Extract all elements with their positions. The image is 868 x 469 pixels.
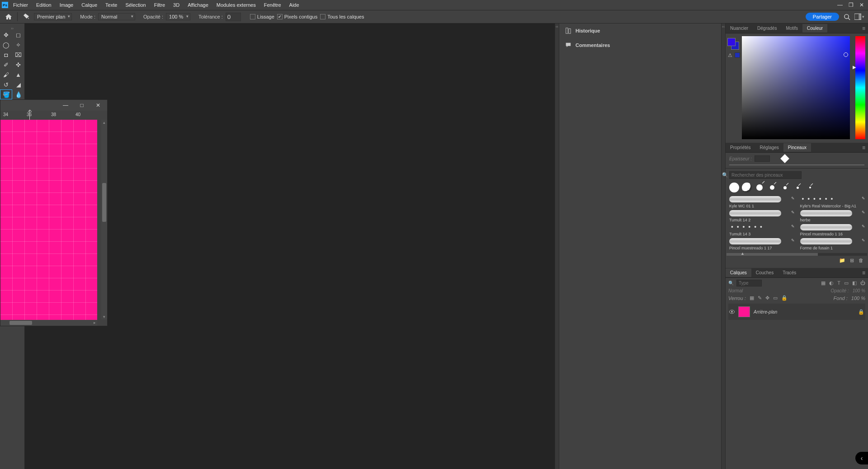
blur-tool-icon[interactable]: 💧	[12, 89, 24, 99]
menu-calque[interactable]: Calque	[78, 1, 100, 9]
window-close[interactable]: ✕	[857, 1, 866, 9]
fg-bg-swatches[interactable]	[727, 38, 739, 50]
paint-bucket-tool-icon[interactable]: 🪣	[0, 89, 12, 99]
document-close[interactable]: ✕	[92, 101, 104, 109]
menu-aide[interactable]: Aide	[286, 1, 302, 9]
document-window[interactable]: — □ ✕ 34 36 38 40 ▴▾ ▸	[0, 99, 108, 326]
all-layers-checkbox[interactable]: Tous les calques	[320, 14, 364, 19]
brush-search-input[interactable]	[729, 171, 802, 179]
menu-edition[interactable]: Edition	[33, 1, 55, 9]
filter-adjustment-icon[interactable]: ◐	[829, 280, 834, 286]
brush-item[interactable]: ✎Tumult 14 3	[729, 224, 794, 236]
move-tool-icon[interactable]: ✥	[0, 30, 12, 40]
panel-menu-icon[interactable]	[859, 25, 868, 32]
lock-pixels-icon[interactable]: ✎	[758, 295, 762, 301]
panel-collapse-strip[interactable]	[555, 23, 559, 469]
panel-collapse-strip[interactable]	[721, 23, 726, 469]
saturation-value-picker[interactable]	[742, 36, 850, 139]
brush-item[interactable]: ✎Tumult 14 2	[729, 210, 794, 222]
contiguous-checkbox[interactable]: Pixels contigus	[277, 14, 317, 19]
gamut-warning[interactable]: ⚠	[727, 52, 740, 58]
window-restore[interactable]: ❐	[846, 1, 855, 9]
edit-icon[interactable]: ✎	[862, 210, 865, 215]
layer-name[interactable]: Arrière-plan	[754, 310, 777, 314]
edit-icon[interactable]: ✎	[862, 224, 865, 229]
history-brush-tool-icon[interactable]: ↺	[0, 80, 12, 89]
brush-preview-icon[interactable]	[780, 154, 789, 163]
brush-item[interactable]: ✎herbe	[800, 210, 865, 222]
horizontal-scrollbar[interactable]: ▸	[0, 320, 97, 326]
antialias-checkbox[interactable]: Lissage	[250, 14, 274, 19]
document-titlebar[interactable]: — □ ✕	[0, 100, 107, 111]
healing-brush-tool-icon[interactable]: ✜	[12, 60, 24, 70]
edit-icon[interactable]: ✎	[791, 238, 795, 243]
tab-couleur[interactable]: Couleur	[802, 24, 827, 33]
filter-pixel-icon[interactable]: ▦	[821, 280, 826, 286]
brush-item[interactable]: ✎Forme de fusain 1	[800, 238, 865, 250]
fill-source-dropdown[interactable]: Premier plan	[34, 13, 72, 20]
brush-tool-icon[interactable]: 🖌	[0, 70, 12, 80]
lock-artboard-icon[interactable]: ▭	[773, 295, 778, 301]
brush-item[interactable]: ✎Kyle's Real Watercolor - Big A1	[800, 196, 865, 208]
tab-traces[interactable]: Tracés	[778, 268, 801, 277]
tolerance-field[interactable]	[226, 13, 241, 21]
document-ruler[interactable]: 34 36 38 40	[0, 111, 107, 120]
edit-icon[interactable]: ✎	[862, 196, 865, 201]
new-brush-icon[interactable]: ⊞	[850, 258, 854, 263]
menu-filtre[interactable]: Filtre	[151, 1, 168, 9]
brush-item[interactable]: ✎Pincel muestreado 1 17	[729, 238, 794, 250]
home-icon[interactable]	[4, 12, 14, 22]
edit-icon[interactable]: ✎	[791, 224, 795, 229]
layer-row[interactable]: Arrière-plan 🔒	[728, 304, 865, 320]
recent-brush[interactable]	[755, 183, 764, 192]
hue-slider[interactable]: ▶	[855, 36, 865, 139]
opacity-field[interactable]: 100 %	[166, 13, 190, 20]
menu-image[interactable]: Image	[57, 1, 77, 9]
thickness-slider[interactable]	[729, 164, 864, 165]
window-minimize[interactable]: —	[835, 1, 844, 9]
tab-motifs[interactable]: Motifs	[781, 24, 802, 33]
history-panel-button[interactable]: Historique	[559, 23, 721, 38]
lock-all-icon[interactable]: 🔒	[781, 295, 788, 301]
blend-mode-dropdown[interactable]: Normal	[728, 288, 743, 293]
menu-fenetre[interactable]: Fenêtre	[261, 1, 284, 9]
recent-brush[interactable]	[729, 183, 739, 192]
paint-bucket-icon[interactable]	[21, 12, 31, 22]
layer-opacity-value[interactable]: 100 %	[853, 288, 865, 293]
tab-pinceaux[interactable]: Pinceaux	[783, 143, 811, 152]
panel-menu-icon[interactable]	[859, 145, 868, 151]
tab-reglages[interactable]: Réglages	[755, 143, 783, 152]
recent-brush[interactable]	[793, 183, 802, 192]
recent-brush[interactable]	[767, 183, 777, 192]
filter-smart-icon[interactable]: ◧	[852, 280, 857, 286]
eraser-tool-icon[interactable]: ◢	[12, 80, 24, 89]
clone-stamp-tool-icon[interactable]: ▲	[12, 70, 24, 80]
search-icon[interactable]	[842, 12, 852, 22]
expand-panels-button[interactable]: ‹	[855, 452, 868, 464]
magic-wand-tool-icon[interactable]: ✧	[12, 40, 24, 50]
lock-transparency-icon[interactable]: ▦	[750, 295, 754, 301]
vertical-scrollbar[interactable]: ▴▾	[101, 120, 107, 319]
tab-degrades[interactable]: Dégradés	[753, 24, 781, 33]
filter-toggle-icon[interactable]: ⏻	[860, 280, 865, 286]
menu-fichier[interactable]: Fichier	[10, 1, 31, 9]
document-maximize[interactable]: □	[75, 101, 88, 109]
lock-position-icon[interactable]: ✥	[765, 295, 769, 301]
brush-item[interactable]: ✎Kyle WC 01 1	[729, 196, 794, 208]
menu-texte[interactable]: Texte	[102, 1, 120, 9]
tab-proprietes[interactable]: Propriétés	[726, 143, 755, 152]
recent-brush[interactable]	[805, 183, 815, 192]
menu-3d[interactable]: 3D	[170, 1, 183, 9]
edit-icon[interactable]: ✎	[791, 210, 795, 215]
eyedropper-tool-icon[interactable]: ✐	[0, 60, 12, 70]
menu-selection[interactable]: Sélection	[122, 1, 149, 9]
share-button[interactable]: Partager	[806, 13, 839, 21]
recent-brush[interactable]	[742, 183, 752, 192]
tab-nuancier[interactable]: Nuancier	[726, 24, 753, 33]
menu-modules[interactable]: Modules externes	[213, 1, 259, 9]
layer-thumbnail[interactable]	[738, 306, 750, 317]
comments-panel-button[interactable]: Commentaires	[559, 38, 721, 52]
brush-size-slider[interactable]: ▲	[726, 253, 867, 256]
document-canvas[interactable]	[0, 120, 97, 320]
edit-icon[interactable]: ✎	[791, 196, 795, 201]
